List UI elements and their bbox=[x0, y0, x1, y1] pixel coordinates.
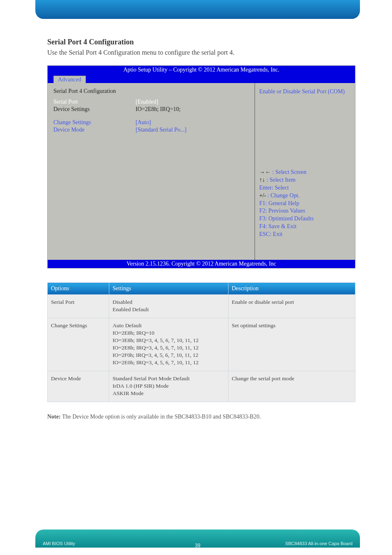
nav-text: : Save & Exit bbox=[265, 223, 297, 229]
setting-line: IO=2E0h; IRQ=3, 4, 5, 6, 7, 10, 11, 12 bbox=[113, 359, 225, 366]
bios-label: Serial Port bbox=[53, 99, 136, 105]
th-description: Description bbox=[228, 283, 355, 295]
bios-label: Change Settings bbox=[53, 119, 136, 126]
footer-right: SBC84833 All-in-one Capa Board bbox=[285, 541, 353, 546]
nav-text: : Change Opt. bbox=[266, 192, 300, 199]
nav-text: : Exit bbox=[270, 231, 283, 237]
nav-key: Enter bbox=[259, 185, 272, 191]
nav-text: : Select bbox=[272, 185, 289, 191]
bios-value: IO=2E8h; IRQ=10; bbox=[136, 106, 249, 113]
bios-value: [Auto] bbox=[136, 119, 249, 126]
cell-option: Serial Port bbox=[48, 295, 109, 318]
setting-line: IO=2E8h; IRQ=10 bbox=[113, 330, 225, 336]
bios-title-bar: Aptio Setup Utility – Copyright © 2012 A… bbox=[48, 66, 355, 74]
setting-line: Standard Serial Port Mode Default bbox=[113, 375, 225, 382]
section-desc: Use the Serial Port 4 Configuration menu… bbox=[47, 49, 351, 56]
nav-text: : Previous Values bbox=[265, 208, 305, 214]
setting-line: IO=3E8h; IRQ=3, 4, 5, 6, 7, 10, 11, 12 bbox=[113, 337, 225, 344]
bios-body: Serial Port 4 Configuration Serial Port … bbox=[48, 83, 355, 260]
table-row: Device ModeStandard Serial Port Mode Def… bbox=[48, 371, 355, 402]
bios-row: Serial Port [Enabled] bbox=[53, 99, 249, 105]
nav-key: F1 bbox=[259, 200, 265, 206]
bios-value: [Standard Serial Po...] bbox=[136, 127, 249, 133]
nav-plus-minus-icon: +/- bbox=[259, 192, 266, 199]
bios-row: Device Mode [Standard Serial Po...] bbox=[53, 127, 249, 133]
nav-text: : General Help bbox=[265, 200, 299, 206]
nav-arrow-lr-icon: →← bbox=[259, 169, 271, 175]
cell-option: Device Mode bbox=[48, 371, 109, 402]
bios-row: Change Settings [Auto] bbox=[53, 119, 249, 126]
options-table: Options Settings Description Serial Port… bbox=[47, 282, 355, 402]
setting-line: ASKIR Mode bbox=[113, 390, 225, 397]
nav-key: F2 bbox=[259, 208, 265, 214]
note-label: Note: bbox=[47, 414, 61, 420]
bios-version-bar: Version 2.15.1236. Copyright © 2012 Amer… bbox=[48, 260, 355, 268]
bios-screen: Aptio Setup Utility – Copyright © 2012 A… bbox=[47, 65, 355, 268]
table-row: Serial PortDisabledEnabled DefaultEnable… bbox=[48, 295, 355, 318]
cell-option: Change Settings bbox=[48, 318, 109, 371]
note-text: The Device Mode option is only available… bbox=[61, 414, 261, 420]
th-settings: Settings bbox=[109, 283, 228, 295]
bios-right-panel: Enable or Disable Serial Port (COM) →← :… bbox=[255, 83, 355, 260]
th-options: Options bbox=[48, 283, 109, 295]
footer-page-number: 39 bbox=[195, 543, 200, 548]
setting-line: Enabled Default bbox=[113, 306, 225, 313]
page-content: Serial Port 4 Configuration Use the Seri… bbox=[0, 25, 392, 420]
bios-tab-advanced: Advanced bbox=[53, 76, 86, 83]
cell-settings: Auto DefaultIO=2E8h; IRQ=10IO=3E8h; IRQ=… bbox=[109, 318, 228, 371]
cell-description: Set optimal settings bbox=[228, 318, 355, 371]
footer-left: AMI BIOS Utility bbox=[43, 541, 75, 546]
cell-settings: Standard Serial Port Mode DefaultIrDA 1.… bbox=[109, 371, 228, 402]
setting-line: IO=2E8h; IRQ=3, 4, 5, 6, 7, 10, 11, 12 bbox=[113, 345, 225, 351]
setting-line: IO=2F0h; IRQ=3, 4, 5, 6, 7, 10, 11, 12 bbox=[113, 352, 225, 358]
cell-description: Enable or disable serial port bbox=[228, 295, 355, 318]
bios-left-panel: Serial Port 4 Configuration Serial Port … bbox=[48, 83, 255, 260]
bios-help-text: Enable or Disable Serial Port (COM) bbox=[259, 88, 351, 96]
nav-text: : Optimized Defaults bbox=[265, 215, 314, 222]
bios-panel-heading: Serial Port 4 Configuration bbox=[53, 88, 136, 95]
nav-text: : Select Item bbox=[265, 177, 295, 183]
cell-settings: DisabledEnabled Default bbox=[109, 295, 228, 318]
table-row: Change SettingsAuto DefaultIO=2E8h; IRQ=… bbox=[48, 318, 355, 371]
section-title: Serial Port 4 Configuration bbox=[47, 38, 351, 46]
bios-value: [Enabled] bbox=[136, 99, 249, 105]
bios-row: Device Settings IO=2E8h; IRQ=10; bbox=[53, 106, 249, 113]
top-banner bbox=[35, 0, 360, 19]
nav-key: ESC bbox=[259, 231, 270, 237]
setting-line: IrDA 1.0 (HP SIR) Mode bbox=[113, 383, 225, 389]
nav-key: F4 bbox=[259, 223, 265, 229]
bios-label: Device Settings bbox=[53, 106, 136, 113]
setting-line: Auto Default bbox=[113, 322, 225, 329]
bios-label: Device Mode bbox=[53, 127, 136, 133]
nav-text: : Select Screen bbox=[271, 169, 307, 175]
bottom-banner: AMI BIOS Utility 39 SBC84833 All-in-one … bbox=[35, 530, 360, 548]
setting-line: Disabled bbox=[113, 299, 225, 305]
nav-key: F3 bbox=[259, 215, 265, 222]
nav-arrow-ud-icon: ↑↓ bbox=[259, 177, 265, 183]
bios-tab-bar: Advanced bbox=[48, 74, 355, 83]
table-header-row: Options Settings Description bbox=[48, 283, 355, 295]
note: Note: The Device Mode option is only ava… bbox=[47, 414, 351, 420]
bios-nav-keys: →← : Select Screen ↑↓ : Select Item Ente… bbox=[259, 169, 351, 255]
cell-description: Change the serial port mode bbox=[228, 371, 355, 402]
